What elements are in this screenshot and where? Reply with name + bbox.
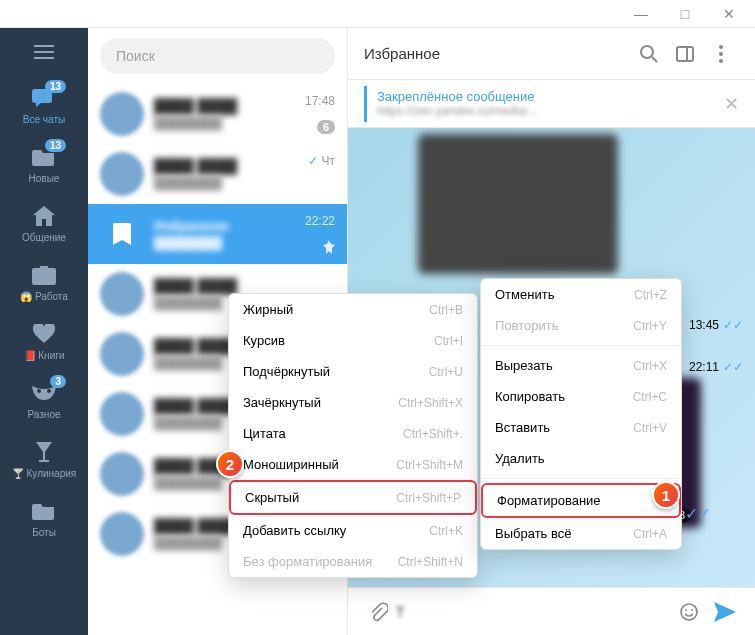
menu-label: Выбрать всё	[495, 526, 571, 541]
menu-item[interactable]: Форматирование›	[481, 483, 681, 518]
nav-item-bots[interactable]: Боты	[0, 489, 88, 548]
nav-label: Боты	[32, 527, 56, 538]
annotation-badge-1: 1	[652, 481, 680, 509]
nav-item-books[interactable]: 📕 Книги	[0, 312, 88, 371]
chat-preview: ████████	[154, 176, 335, 190]
menu-shortcut: Ctrl+K	[429, 524, 463, 538]
menu-label: Без форматирования	[243, 554, 372, 569]
message-input[interactable]: T	[396, 604, 671, 620]
attach-icon[interactable]	[360, 602, 396, 622]
send-button[interactable]	[707, 602, 743, 622]
chat-time: ✓ Чт	[308, 154, 335, 168]
search-placeholder: Поиск	[116, 48, 155, 64]
avatar	[100, 392, 144, 436]
menu-label: Курсив	[243, 333, 285, 348]
menu-item[interactable]: Выбрать всёCtrl+A	[481, 518, 681, 549]
saved-messages-icon	[100, 212, 144, 256]
menu-item[interactable]: ЖирныйCtrl+B	[229, 294, 477, 325]
chat-item[interactable]: ████ ████████████✓ Чт	[88, 144, 347, 204]
menu-shortcut: Ctrl+Shift+N	[398, 555, 463, 569]
maximize-button[interactable]: □	[663, 6, 707, 22]
read-checks-icon: ✓✓	[723, 318, 743, 332]
sidebar-toggle-icon[interactable]	[667, 36, 703, 72]
search-icon[interactable]	[631, 36, 667, 72]
chat-item[interactable]: ████ ████████████17:486	[88, 84, 347, 144]
menu-item[interactable]: ВставитьCtrl+V	[481, 412, 681, 443]
menu-shortcut: Ctrl+I	[434, 334, 463, 348]
menu-item[interactable]: Удалить	[481, 443, 681, 474]
menu-item[interactable]: ВырезатьCtrl+X	[481, 350, 681, 381]
nav-label: 📕 Книги	[24, 350, 65, 361]
read-checks-icon: ✓✓	[723, 360, 743, 374]
menu-item[interactable]: СкрытыйCtrl+Shift+P	[229, 480, 477, 515]
nav-item-misc[interactable]: Разное3	[0, 371, 88, 430]
nav-item-work[interactable]: 😱 Работа	[0, 253, 88, 312]
search-input[interactable]: Поиск	[100, 38, 335, 74]
menu-item: Без форматированияCtrl+Shift+N	[229, 546, 477, 577]
chat-time: 22:22	[305, 214, 335, 228]
nav-label: Новые	[29, 173, 60, 184]
svg-point-6	[719, 59, 723, 63]
svg-point-8	[685, 609, 687, 611]
menu-label: Цитата	[243, 426, 286, 441]
message-image[interactable]	[418, 134, 618, 274]
emoji-icon[interactable]	[671, 602, 707, 622]
glass-icon	[30, 440, 58, 464]
nav-item-all[interactable]: Все чаты13	[0, 76, 88, 135]
more-icon[interactable]	[703, 36, 739, 72]
pinned-message[interactable]: Закреплённое сообщение https://zen.yande…	[348, 80, 755, 128]
pinned-title: Закреплённое сообщение	[377, 89, 724, 104]
avatar	[100, 332, 144, 376]
menu-label: Повторить	[495, 318, 558, 333]
format-context-menu: ЖирныйCtrl+BКурсивCtrl+IПодчёркнутыйCtrl…	[228, 293, 478, 578]
close-button[interactable]: ✕	[707, 6, 751, 22]
pinned-text: https://zen.yandex.ru/media/...	[377, 104, 724, 118]
menu-item[interactable]: Добавить ссылкуCtrl+K	[229, 515, 477, 546]
svg-point-1	[47, 389, 51, 393]
chat-name: ████ ████	[154, 278, 335, 294]
avatar	[100, 512, 144, 556]
read-checks-icon: ✓✓	[685, 504, 711, 523]
minimize-button[interactable]: —	[619, 6, 663, 22]
close-icon[interactable]: ✕	[724, 93, 739, 115]
menu-label: Вырезать	[495, 358, 553, 373]
menu-label: Удалить	[495, 451, 545, 466]
avatar	[100, 452, 144, 496]
pinned-bar	[364, 86, 367, 122]
chat-item[interactable]: Избранное████████22:22	[88, 204, 347, 264]
nav-item-cook[interactable]: 🍸 Кулинария	[0, 430, 88, 489]
nav-badge: 13	[45, 139, 66, 152]
menu-item[interactable]: ЗачёркнутыйCtrl+Shift+X	[229, 387, 477, 418]
nav-item-new[interactable]: Новые13	[0, 135, 88, 194]
sidebar-nav: Все чаты13Новые13Общение😱 Работа📕 КнигиР…	[0, 28, 88, 635]
window-titlebar: — □ ✕	[0, 0, 755, 28]
avatar	[100, 272, 144, 316]
nav-label: Разное	[27, 409, 60, 420]
menu-shortcut: Ctrl+Shift+P	[396, 491, 461, 505]
menu-shortcut: Ctrl+Y	[633, 319, 667, 333]
svg-rect-3	[677, 47, 693, 61]
nav-item-comm[interactable]: Общение	[0, 194, 88, 253]
menu-label: Добавить ссылку	[243, 523, 346, 538]
menu-item[interactable]: КопироватьCtrl+C	[481, 381, 681, 412]
home-icon	[30, 204, 58, 228]
nav-badge: 3	[50, 375, 66, 388]
chat-preview: ████████	[154, 236, 335, 250]
message-input-bar: T	[348, 587, 755, 635]
menu-item[interactable]: ОтменитьCtrl+Z	[481, 279, 681, 310]
heart-icon	[30, 322, 58, 346]
menu-shortcut: Ctrl+X	[633, 359, 667, 373]
message-time: 22:11	[689, 360, 719, 374]
menu-item[interactable]: МоноширинныйCtrl+Shift+M	[229, 449, 477, 480]
menu-label: Форматирование	[497, 493, 601, 508]
menu-item[interactable]: ПодчёркнутыйCtrl+U	[229, 356, 477, 387]
menu-label: Зачёркнутый	[243, 395, 321, 410]
menu-shortcut: Ctrl+U	[429, 365, 463, 379]
menu-item[interactable]: КурсивCtrl+I	[229, 325, 477, 356]
chat-header: Избранное	[348, 28, 755, 80]
folder-icon	[30, 499, 58, 523]
nav-label: 🍸 Кулинария	[12, 468, 76, 479]
hamburger-menu[interactable]	[0, 28, 88, 76]
menu-label: Подчёркнутый	[243, 364, 330, 379]
menu-item[interactable]: ЦитатаCtrl+Shift+.	[229, 418, 477, 449]
